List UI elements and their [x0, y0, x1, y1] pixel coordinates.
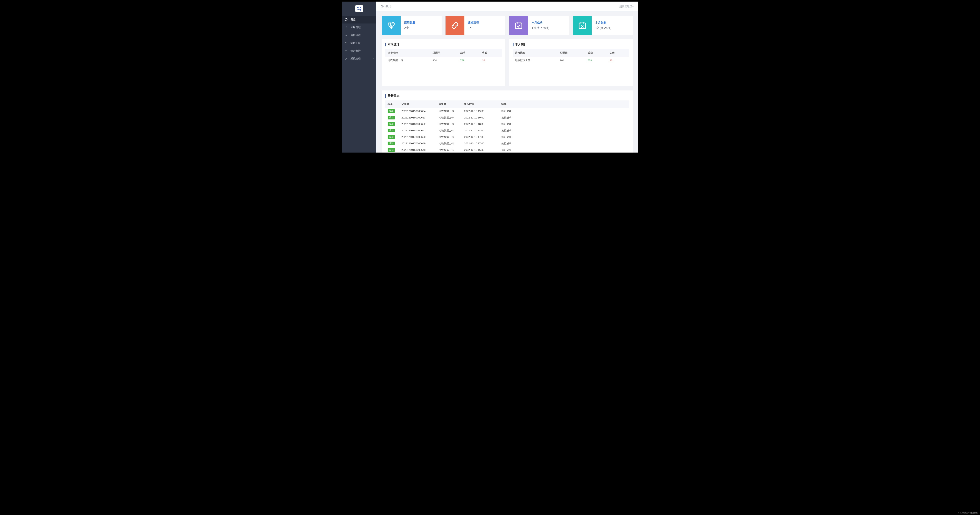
- col-summary: 摘要: [499, 100, 629, 108]
- col-success: 成功: [585, 49, 607, 57]
- cell-time: 2022-12-10 19:30: [462, 108, 499, 114]
- table-row[interactable]: 地铁数据上传 804 778 26: [385, 57, 502, 64]
- cell-time: 2022-12-10 16:30: [462, 147, 499, 152]
- logo: [342, 2, 376, 16]
- logs-table: 状态 记录ID 连接器 执行时间 摘要 成功20221210193000654地…: [385, 100, 629, 152]
- topbar: S-HUB 超级管理员▾: [376, 2, 638, 11]
- calendar-check-icon: [509, 16, 528, 35]
- table-row[interactable]: 成功20221210183000652地铁数据上传2022-12-10 18:3…: [385, 121, 629, 127]
- table-row[interactable]: 成功20221210190000653地铁数据上传2022-12-10 19:0…: [385, 114, 629, 121]
- chain-icon: [445, 16, 465, 35]
- table-row[interactable]: 成功20221210180000651地铁数据上传2022-12-10 18:0…: [385, 127, 629, 134]
- week-stats-table: 连接流程 总调用 成功 失败 地铁数据上传 804 778 26: [385, 49, 502, 64]
- col-flow: 连接流程: [513, 49, 558, 57]
- stat-card-flows[interactable]: 连接流程 1个: [445, 16, 505, 35]
- stat-value: 1连接 778次: [531, 26, 549, 30]
- nav-item-flows[interactable]: 连接流程: [342, 31, 376, 39]
- status-badge: 成功: [388, 122, 395, 126]
- cell-id: 20221210163000648: [399, 147, 436, 152]
- cell-connector: 地铁数据上传: [436, 134, 462, 140]
- cell-summary: 执行成功: [499, 147, 629, 152]
- table-row[interactable]: 成功20221210163000648地铁数据上传2022-12-10 16:3…: [385, 147, 629, 152]
- table-row[interactable]: 成功20221210193000654地铁数据上传2022-12-10 19:3…: [385, 108, 629, 114]
- cell-time: 2022-12-10 19:00: [462, 114, 499, 121]
- cell-time: 2022-12-10 17:30: [462, 134, 499, 140]
- nav-item-monitor[interactable]: 运行监控 ▾: [342, 47, 376, 55]
- server-icon: [345, 49, 348, 52]
- col-flow: 连接流程: [385, 49, 430, 57]
- cell-connector: 地铁数据上传: [436, 127, 462, 134]
- nav-item-apps[interactable]: 应用管理: [342, 24, 376, 31]
- svg-point-7: [346, 27, 347, 27]
- nav-label: 运行监控: [350, 49, 361, 53]
- cell-id: 20221210193000654: [399, 108, 436, 114]
- user-menu[interactable]: 超级管理员▾: [619, 5, 633, 8]
- content: 应用数量 2个 连接流程 1个: [376, 11, 638, 152]
- nav-item-plugins[interactable]: 插件扩展: [342, 39, 376, 47]
- info-icon: [345, 18, 348, 21]
- table-row[interactable]: 成功20221210170000649地铁数据上传2022-12-10 17:0…: [385, 140, 629, 147]
- cell-summary: 执行成功: [499, 108, 629, 114]
- nav-label: 系统管理: [350, 57, 361, 60]
- stat-card-apps[interactable]: 应用数量 2个: [382, 16, 442, 35]
- panel-logs: 最新日志 状态 记录ID 连接器 执行时间 摘要 成功2022121019300…: [382, 90, 633, 152]
- calendar-x-icon: [573, 16, 592, 35]
- user-icon: [345, 26, 348, 29]
- cell-id: 20221210183000652: [399, 121, 436, 127]
- cell-summary: 执行成功: [499, 134, 629, 140]
- stat-title: 本月成功: [531, 21, 549, 24]
- cell-fail: 26: [607, 57, 629, 64]
- col-id: 记录ID: [399, 100, 436, 108]
- svg-point-2: [357, 10, 358, 10]
- month-stats-table: 连接流程 总调用 成功 失败 地铁数据上传 804 778 26: [513, 49, 629, 64]
- cell-summary: 执行成功: [499, 114, 629, 121]
- cell-id: 20221210190000653: [399, 114, 436, 121]
- nav-label: 插件扩展: [350, 41, 361, 45]
- stat-title: 本月失败: [595, 21, 611, 24]
- panel-month-stats: 本月统计 连接流程 总调用 成功 失败 地铁数据上传 804 778 26: [509, 39, 633, 86]
- cell-fail: 26: [480, 57, 502, 64]
- status-badge: 成功: [388, 116, 395, 119]
- cell-connector: 地铁数据上传: [436, 147, 462, 152]
- chevron-down-icon: ▾: [633, 5, 633, 8]
- cell-id: 20221210170000649: [399, 140, 436, 147]
- panel-title: 本周统计: [385, 43, 502, 46]
- table-row[interactable]: 成功20221210173000650地铁数据上传2022-12-10 17:3…: [385, 134, 629, 140]
- cell-connector: 地铁数据上传: [436, 108, 462, 114]
- nav-item-overview[interactable]: 概览: [342, 16, 376, 24]
- col-connector: 连接器: [436, 100, 462, 108]
- user-label: 超级管理员: [619, 5, 632, 8]
- nav-item-system[interactable]: 系统管理 ▾: [342, 55, 376, 63]
- stat-value: 1连接 26次: [595, 26, 611, 30]
- status-badge: 成功: [388, 135, 395, 139]
- cube-icon: [345, 41, 348, 44]
- cell-flow: 地铁数据上传: [385, 57, 430, 64]
- stats-panel-row: 本周统计 连接流程 总调用 成功 失败 地铁数据上传 804 778 26: [382, 39, 633, 86]
- svg-point-8: [346, 35, 347, 36]
- cell-time: 2022-12-10 18:30: [462, 121, 499, 127]
- stat-row: 应用数量 2个 连接流程 1个: [382, 16, 633, 35]
- stat-card-fail[interactable]: 本月失败 1连接 26次: [573, 16, 633, 35]
- stat-title: 应用数量: [404, 21, 415, 24]
- cell-summary: 执行成功: [499, 127, 629, 134]
- chevron-down-icon: ▾: [372, 58, 374, 60]
- status-badge: 成功: [388, 128, 395, 132]
- link-icon: [345, 34, 348, 37]
- cell-summary: 执行成功: [499, 121, 629, 127]
- col-time: 执行时间: [462, 100, 499, 108]
- cell-connector: 地铁数据上传: [436, 121, 462, 127]
- cell-total: 804: [558, 57, 585, 64]
- panel-week-stats: 本周统计 连接流程 总调用 成功 失败 地铁数据上传 804 778 26: [382, 39, 505, 86]
- svg-rect-9: [345, 50, 347, 51]
- svg-rect-13: [579, 23, 585, 29]
- chevron-down-icon: ▾: [372, 50, 374, 52]
- stat-value: 1个: [468, 26, 479, 30]
- cell-success: 778: [458, 57, 480, 64]
- cell-total: 804: [430, 57, 458, 64]
- stat-card-success[interactable]: 本月成功 1连接 778次: [509, 16, 569, 35]
- nav-list: 概览 应用管理 连接流程 插件扩展 运行监控 ▾ 系统管理: [342, 16, 376, 63]
- table-row[interactable]: 地铁数据上传 804 778 26: [513, 57, 629, 64]
- diamond-icon: [382, 16, 401, 35]
- status-badge: 成功: [388, 109, 395, 113]
- cell-connector: 地铁数据上传: [436, 114, 462, 121]
